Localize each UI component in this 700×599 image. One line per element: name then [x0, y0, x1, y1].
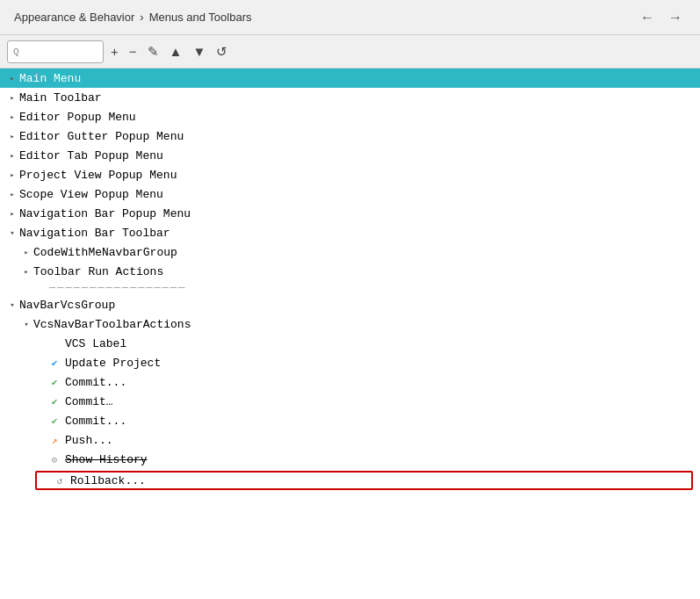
- back-button[interactable]: ←: [637, 10, 658, 25]
- tree-item-scope-view[interactable]: Scope View Popup Menu: [0, 184, 700, 204]
- check-green-icon: ✔: [47, 377, 61, 388]
- expand-arrow: [35, 396, 46, 407]
- item-label: Main Toolbar: [19, 91, 102, 105]
- app-window: Appearance & Behavior › Menus and Toolba…: [0, 0, 700, 599]
- expand-arrow[interactable]: [7, 73, 18, 83]
- tree-item-update-project[interactable]: ✔ Update Project: [0, 353, 700, 372]
- search-input[interactable]: [21, 46, 91, 58]
- item-label: Push...: [65, 434, 113, 447]
- tree-item-commit-1[interactable]: ✔ Commit...: [0, 372, 700, 392]
- item-label: Navigation Bar Toolbar: [19, 227, 170, 240]
- tree-item-codewithme[interactable]: CodeWithMeNavbarGroup: [0, 242, 700, 262]
- item-label: NavBarVcsGroup: [19, 299, 115, 312]
- item-label: Main Menu: [19, 72, 81, 85]
- tree-item-editor-gutter[interactable]: Editor Gutter Popup Menu: [0, 126, 700, 146]
- tree-item-show-history[interactable]: ⊙ Show History: [0, 450, 700, 469]
- breadcrumb-part2: Menus and Toolbars: [149, 11, 252, 24]
- item-label: CodeWithMeNavbarGroup: [33, 246, 177, 259]
- item-label: Editor Popup Menu: [19, 111, 136, 124]
- expand-arrow: [35, 435, 46, 445]
- tree-item-toolbar-run[interactable]: Toolbar Run Actions: [0, 262, 700, 281]
- expand-arrow[interactable]: [7, 112, 18, 122]
- breadcrumb: Appearance & Behavior › Menus and Toolba…: [14, 11, 252, 24]
- tree-item-vcs-label[interactable]: VCS Label: [0, 334, 700, 353]
- header: Appearance & Behavior › Menus and Toolba…: [0, 0, 700, 35]
- tree-item-rollback[interactable]: ↺ Rollback...: [35, 471, 693, 490]
- tree-item-navbar-vcs-group[interactable]: NavBarVcsGroup: [0, 295, 700, 314]
- tree-item-main-menu[interactable]: Main Menu: [0, 69, 700, 88]
- expand-arrow: [35, 357, 46, 368]
- check-green-icon: ✔: [47, 396, 61, 408]
- expand-arrow: [35, 338, 46, 349]
- item-label: VcsNavBarToolbarActions: [33, 318, 191, 331]
- item-label: Commit...: [65, 415, 126, 428]
- item-label: Commit...: [65, 376, 126, 389]
- tree-item-rollback-wrapper: ↺ Rollback...: [0, 469, 700, 492]
- tree-item-main-toolbar[interactable]: Main Toolbar: [0, 88, 700, 107]
- expand-arrow[interactable]: [7, 300, 18, 310]
- search-box[interactable]: Q: [7, 40, 104, 63]
- tree-separator: ─────────────────: [0, 281, 700, 295]
- item-label: Commit…: [65, 395, 113, 408]
- expand-arrow[interactable]: [7, 227, 18, 238]
- expand-arrow: [40, 475, 51, 486]
- tree-item-push[interactable]: ↗ Push...: [0, 430, 700, 450]
- breadcrumb-separator: ›: [140, 11, 143, 24]
- check-green-icon: ✔: [47, 415, 61, 427]
- breadcrumb-part1: Appearance & Behavior: [14, 11, 134, 24]
- check-blue-icon: ✔: [47, 357, 61, 369]
- expand-arrow[interactable]: [7, 208, 18, 219]
- clock-icon: ⊙: [47, 454, 61, 465]
- item-label: Navigation Bar Popup Menu: [19, 207, 191, 220]
- expand-arrow: [35, 377, 46, 387]
- navigation-buttons: ← →: [637, 10, 686, 25]
- item-label: VCS Label: [65, 337, 126, 350]
- expand-arrow: [35, 415, 46, 426]
- expand-arrow[interactable]: [21, 266, 32, 277]
- move-up-button[interactable]: ▲: [166, 43, 186, 60]
- expand-arrow[interactable]: [21, 247, 32, 257]
- expand-arrow[interactable]: [7, 131, 18, 141]
- tree-item-nav-bar-toolbar[interactable]: Navigation Bar Toolbar: [0, 223, 700, 242]
- tree-item-vcs-navbar-toolbar[interactable]: VcsNavBarToolbarActions: [0, 314, 700, 334]
- rollback-icon: ↺: [53, 475, 67, 487]
- search-icon: Q: [13, 47, 19, 57]
- separator-text: ─────────────────: [49, 282, 186, 294]
- item-label: Rollback...: [70, 474, 146, 487]
- item-label: Scope View Popup Menu: [19, 188, 163, 201]
- item-label: Update Project: [65, 357, 161, 370]
- expand-arrow[interactable]: [7, 170, 18, 180]
- toolbar: Q + − ✎ ▲ ▼ ↺: [0, 35, 700, 69]
- item-label: Toolbar Run Actions: [33, 265, 163, 278]
- edit-button[interactable]: ✎: [144, 43, 162, 60]
- item-label: Editor Tab Popup Menu: [19, 149, 163, 162]
- add-button[interactable]: +: [107, 43, 122, 60]
- tree-item-commit-3[interactable]: ✔ Commit...: [0, 411, 700, 430]
- tree-item-editor-popup[interactable]: Editor Popup Menu: [0, 107, 700, 126]
- tree-item-commit-2[interactable]: ✔ Commit…: [0, 392, 700, 411]
- expand-arrow[interactable]: [21, 319, 32, 329]
- expand-arrow: [35, 454, 46, 465]
- tree-item-project-view[interactable]: Project View Popup Menu: [0, 165, 700, 184]
- expand-arrow[interactable]: [7, 92, 18, 103]
- reset-button[interactable]: ↺: [213, 43, 231, 60]
- item-label: Show History: [65, 453, 148, 466]
- remove-button[interactable]: −: [126, 43, 141, 60]
- item-label: Editor Gutter Popup Menu: [19, 130, 184, 143]
- expand-arrow[interactable]: [7, 150, 18, 161]
- tree-item-editor-tab[interactable]: Editor Tab Popup Menu: [0, 146, 700, 165]
- item-label: Project View Popup Menu: [19, 169, 177, 182]
- tree-item-nav-bar-popup[interactable]: Navigation Bar Popup Menu: [0, 204, 700, 223]
- menu-tree: Main Menu Main Toolbar Editor Popup Menu…: [0, 69, 700, 599]
- expand-arrow[interactable]: [7, 189, 18, 199]
- move-down-button[interactable]: ▼: [189, 43, 209, 60]
- push-icon: ↗: [47, 435, 61, 446]
- forward-button[interactable]: →: [665, 10, 686, 25]
